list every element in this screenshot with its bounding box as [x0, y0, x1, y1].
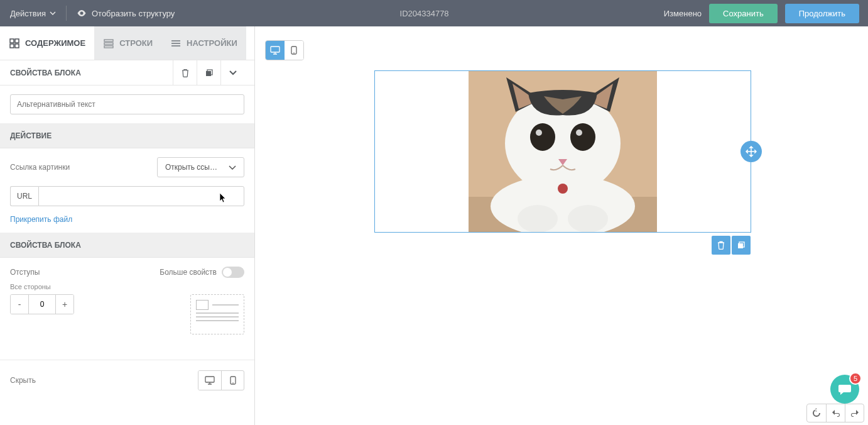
- duplicate-icon: [737, 241, 746, 250]
- url-input[interactable]: [38, 186, 244, 206]
- chevron-down-icon: [229, 165, 236, 170]
- chat-icon: [838, 383, 852, 395]
- hide-mobile-button[interactable]: [221, 371, 244, 390]
- svg-rect-29: [738, 243, 743, 248]
- sidebar: СОДЕРЖИМОЕ СТРОКИ НАСТРОЙКИ СВОЙСТВА БЛО…: [0, 26, 255, 425]
- chevron-down-icon: [50, 11, 56, 15]
- all-sides-label: Все стороны: [0, 283, 254, 294]
- mobile-icon: [291, 46, 297, 55]
- tab-content-label: СОДЕРЖИМОЕ: [25, 38, 85, 48]
- show-structure-toggle[interactable]: Отобразить структуру: [67, 9, 185, 18]
- trash-icon: [181, 69, 190, 77]
- more-props-toggle[interactable]: [222, 267, 244, 278]
- content-icon: [9, 38, 20, 49]
- svg-rect-0: [10, 39, 14, 43]
- device-switch: [265, 40, 304, 60]
- duplicate-block-button[interactable]: [197, 60, 220, 86]
- svg-rect-6: [104, 46, 113, 48]
- svg-point-26: [558, 184, 568, 194]
- svg-rect-3: [15, 44, 19, 48]
- move-handle[interactable]: [741, 141, 762, 162]
- image-block[interactable]: [374, 70, 751, 233]
- move-icon: [746, 146, 757, 157]
- collapse-button[interactable]: [220, 60, 244, 86]
- action-header: ДЕЙСТВИЕ: [0, 123, 254, 148]
- attach-file-link[interactable]: Прикрепить файл: [0, 215, 254, 233]
- padding-decrease[interactable]: -: [11, 295, 28, 314]
- cat-image: [469, 71, 657, 232]
- link-action-dropdown[interactable]: Открыть ссы…: [157, 157, 244, 177]
- svg-rect-9: [171, 45, 180, 47]
- hide-device-group: [198, 370, 244, 390]
- history-icon: [811, 408, 822, 418]
- block-image: [469, 71, 657, 232]
- svg-point-22: [530, 123, 555, 151]
- chevron-down-icon: [229, 70, 237, 75]
- hide-desktop-button[interactable]: [198, 371, 221, 390]
- url-label: URL: [10, 186, 38, 206]
- svg-rect-7: [171, 40, 180, 41]
- hide-label: Скрыть: [10, 376, 36, 385]
- save-button[interactable]: Сохранить: [709, 4, 778, 23]
- link-action-value: Открыть ссы…: [165, 163, 217, 172]
- desktop-icon: [205, 376, 215, 385]
- actions-dropdown[interactable]: Действия: [0, 0, 66, 26]
- sidebar-tabs: СОДЕРЖИМОЕ СТРОКИ НАСТРОЙКИ: [0, 26, 254, 60]
- device-desktop[interactable]: [266, 41, 285, 60]
- block-props2-label: СВОЙСТВА БЛОКА: [10, 241, 81, 250]
- tab-settings-label: НАСТРОЙКИ: [187, 38, 237, 48]
- padding-stepper: - +: [10, 294, 74, 314]
- continue-button[interactable]: Продолжить: [785, 4, 859, 23]
- tab-settings[interactable]: НАСТРОЙКИ: [161, 26, 246, 60]
- svg-point-14: [232, 382, 234, 384]
- document-id: ID204334778: [185, 9, 663, 18]
- alt-text-input[interactable]: [10, 94, 244, 114]
- rows-icon: [103, 38, 114, 49]
- settings-icon: [170, 38, 182, 49]
- tab-rows[interactable]: СТРОКИ: [94, 26, 161, 60]
- action-header-label: ДЕЙСТВИЕ: [10, 131, 52, 140]
- svg-rect-12: [205, 377, 214, 382]
- redo-button[interactable]: [845, 404, 864, 422]
- top-bar: Действия Отобразить структуру ID20433477…: [0, 0, 868, 26]
- svg-point-23: [570, 123, 595, 151]
- block-props-header: СВОЙСТВА БЛОКА: [0, 60, 254, 86]
- svg-point-17: [293, 52, 295, 53]
- chat-badge: 5: [849, 372, 862, 385]
- svg-rect-1: [15, 39, 19, 43]
- tab-rows-label: СТРОКИ: [119, 38, 153, 48]
- block-props2-header: СВОЙСТВА БЛОКА: [0, 233, 254, 258]
- history-button[interactable]: [807, 404, 826, 422]
- svg-point-24: [536, 130, 542, 136]
- more-props-label: Больше свойств: [160, 268, 217, 277]
- svg-rect-4: [104, 40, 113, 41]
- mobile-icon: [230, 376, 236, 385]
- svg-point-28: [568, 205, 608, 232]
- block-props-label: СВОЙСТВА БЛОКА: [10, 69, 81, 77]
- history-group: [806, 404, 864, 422]
- canvas: 5: [255, 26, 868, 425]
- undo-button[interactable]: [826, 404, 845, 422]
- padding-value[interactable]: [28, 295, 56, 314]
- actions-label: Действия: [10, 9, 46, 18]
- block-delete-button[interactable]: [712, 236, 730, 255]
- delete-block-button[interactable]: [173, 60, 197, 86]
- eye-icon: [77, 9, 87, 17]
- device-mobile[interactable]: [285, 41, 303, 60]
- status-text: Изменено: [664, 9, 702, 18]
- svg-rect-2: [10, 44, 14, 48]
- padding-increase[interactable]: +: [56, 295, 73, 314]
- svg-rect-8: [171, 43, 180, 44]
- block-duplicate-button[interactable]: [732, 236, 751, 255]
- redo-icon: [850, 409, 860, 417]
- show-structure-label: Отобразить структуру: [92, 9, 175, 18]
- chat-button[interactable]: 5: [830, 375, 859, 404]
- image-link-label: Ссылка картинки: [10, 163, 70, 172]
- trash-icon: [717, 241, 725, 250]
- layout-preview: [190, 294, 244, 334]
- tab-content[interactable]: СОДЕРЖИМОЕ: [0, 26, 94, 60]
- svg-point-25: [576, 130, 582, 136]
- svg-rect-10: [206, 71, 211, 76]
- undo-icon: [831, 409, 841, 417]
- padding-label: Отступы: [10, 268, 40, 277]
